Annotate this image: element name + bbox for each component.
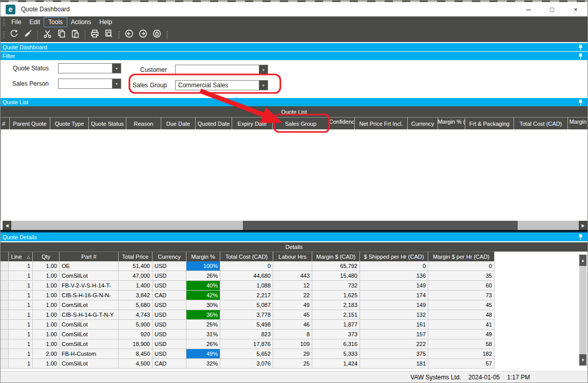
cell-margin-cad[interactable]: 1,625 — [312, 291, 360, 300]
cell-currency[interactable]: USD — [153, 349, 186, 359]
quote-list-column-margin[interactable]: Margin % ( — [438, 117, 465, 129]
cell-part[interactable]: ComSilLot — [60, 330, 119, 339]
cell-labour-hrs[interactable]: 25 — [273, 359, 312, 369]
cell-currency[interactable]: USD — [153, 300, 186, 310]
quote-list-column-due-date[interactable]: Due Date — [161, 117, 196, 129]
quote-list-column-quote-status[interactable]: Quote Status — [89, 117, 126, 129]
cell-labour-hrs[interactable]: 29 — [273, 349, 312, 359]
menu-edit[interactable]: Edit — [25, 17, 44, 27]
combo-value[interactable] — [59, 79, 112, 88]
cell-margin-cad[interactable]: 6,316 — [312, 339, 360, 349]
cell-line[interactable]: 1 — [9, 281, 33, 291]
row-header-cell[interactable] — [1, 320, 9, 330]
pin-icon[interactable] — [578, 99, 583, 107]
cell-qty[interactable]: 1.00 — [33, 339, 60, 349]
cell-shipped-per-hr[interactable]: 375 — [360, 349, 428, 359]
cell-part[interactable]: CIB-S-H-14-G-T-N-Y — [60, 310, 119, 320]
cell-margin-pct[interactable]: 31% — [186, 330, 220, 339]
scroll-down-button[interactable]: ▼ — [579, 354, 586, 366]
table-row[interactable]: 12.00FB-H-Custom8,450USD49%5,652295,3333… — [1, 349, 495, 359]
scroll-up-button[interactable]: ▲ — [579, 255, 586, 266]
filter-combo-sales-group[interactable]: Commercial Sales▼ — [175, 80, 268, 90]
cell-margin-pct[interactable]: 100% — [186, 261, 220, 271]
cell-margin-per-hr[interactable]: 182 — [428, 349, 495, 359]
cell-total-price[interactable]: 18,900 — [119, 339, 153, 349]
paste-button[interactable] — [68, 28, 82, 41]
table-row[interactable]: 11.00FB-V-2-V-S-H-14-T-1,400USD40%1,0881… — [1, 281, 495, 291]
row-header-cell[interactable] — [1, 330, 9, 339]
row-header-cell[interactable] — [1, 349, 9, 359]
scroll-right-button[interactable]: ▶ — [579, 221, 587, 230]
cell-labour-hrs[interactable]: 45 — [273, 310, 312, 320]
cell-currency[interactable]: CAD — [153, 359, 186, 369]
dropdown-button[interactable]: ▼ — [112, 79, 121, 88]
print-preview-button[interactable] — [102, 28, 116, 41]
cell-qty[interactable]: 1.00 — [33, 320, 60, 330]
cell-labour-hrs[interactable]: 109 — [273, 339, 312, 349]
cell-margin-per-hr[interactable]: 0 — [428, 261, 495, 271]
table-row[interactable]: 11.00ComSilLot5,680USD30%5,087492,183149… — [1, 300, 495, 310]
quote-list-column-parent-quote[interactable]: Parent Quote — [10, 117, 50, 129]
cell-total-price[interactable]: 5,680 — [119, 300, 153, 310]
details-column-margin-per-hr-cad[interactable]: Margin $ per Hr (CAD) — [428, 252, 495, 261]
details-column-labour-hrs[interactable]: Labour Hrs — [273, 252, 312, 261]
cell-qty[interactable]: 2.00 — [33, 349, 60, 359]
quote-list-body[interactable] — [1, 129, 587, 221]
combo-value[interactable] — [176, 65, 259, 74]
cell-qty[interactable]: 1.00 — [33, 359, 60, 369]
quote-list-column-sales-group[interactable]: Sales Group — [273, 117, 329, 129]
cell-qty[interactable]: 1.00 — [33, 271, 60, 281]
cell-total-price[interactable]: 8,450 — [119, 349, 153, 359]
cell-margin-per-hr[interactable]: 41 — [428, 320, 495, 330]
cell-labour-hrs[interactable]: 46 — [273, 320, 312, 330]
cell-shipped-per-hr[interactable]: 161 — [360, 320, 428, 330]
cell-total-cost[interactable]: 3,778 — [220, 310, 273, 320]
cell-currency[interactable]: USD — [153, 310, 186, 320]
scrollbar-track[interactable] — [579, 266, 586, 354]
cell-total-cost[interactable]: 0 — [220, 261, 273, 271]
minimize-button[interactable]: ─ — [517, 2, 540, 16]
cell-shipped-per-hr[interactable]: 149 — [360, 281, 428, 291]
cell-margin-pct[interactable]: 49% — [186, 349, 220, 359]
quote-list-column-frt-packaging[interactable]: Frt & Packaging — [465, 117, 514, 129]
cell-margin-pct[interactable]: 26% — [186, 339, 220, 349]
cell-part[interactable]: FB-V-2-V-S-H-14-T- — [60, 281, 119, 291]
filter-combo-sales-person[interactable]: ▼ — [58, 79, 121, 89]
cell-margin-pct[interactable]: 42% — [186, 291, 220, 300]
table-row[interactable]: 11.00CIB-S-H-16-G-N-N-3,842CAD42%2,21722… — [1, 291, 495, 300]
menu-grip-handle[interactable] — [3, 18, 5, 26]
details-column-shipped-per-hr-cad[interactable]: $ Shipped per Hr (CAD) — [360, 252, 428, 261]
cell-qty[interactable]: 1.00 — [33, 310, 60, 320]
dropdown-button[interactable]: ▼ — [112, 64, 121, 73]
dropdown-button[interactable]: ▼ — [259, 65, 268, 74]
cell-line[interactable]: 1 — [9, 300, 33, 310]
row-header-cell[interactable] — [1, 300, 9, 310]
pin-icon[interactable] — [578, 234, 583, 241]
row-header-cell[interactable] — [1, 261, 9, 271]
cell-margin-pct[interactable]: 30% — [186, 300, 220, 310]
menu-actions[interactable]: Actions — [67, 17, 95, 27]
cell-shipped-per-hr[interactable]: 222 — [360, 339, 428, 349]
cell-shipped-per-hr[interactable]: 157 — [360, 330, 428, 339]
cell-currency[interactable]: CAD — [153, 291, 186, 300]
cell-line[interactable]: 1 — [9, 349, 33, 359]
table-row[interactable]: 11.00ComSilLot18,900USD26%17,8761096,316… — [1, 339, 495, 349]
quote-list-column-quote-type[interactable]: Quote Type — [50, 117, 89, 129]
toolbar-grip-handle[interactable] — [3, 31, 5, 39]
quote-list-column-net-price-frt-incl[interactable]: Net Price Frt Incl. — [355, 117, 408, 129]
cell-shipped-per-hr[interactable]: 136 — [360, 271, 428, 281]
cell-total-cost[interactable]: 3,076 — [220, 359, 273, 369]
table-row[interactable]: 11.00ComSilLot4,500CAD32%3,076251,424181… — [1, 359, 495, 369]
cell-margin-cad[interactable]: 65,792 — [312, 261, 360, 271]
row-header-cell[interactable] — [1, 310, 9, 320]
combo-value[interactable]: Commercial Sales — [176, 81, 259, 90]
cell-part[interactable]: ComSilLot — [60, 300, 119, 310]
cell-shipped-per-hr[interactable]: 0 — [360, 261, 428, 271]
cell-margin-pct[interactable]: 32% — [186, 359, 220, 369]
cell-labour-hrs[interactable]: 22 — [273, 291, 312, 300]
cell-margin-per-hr[interactable]: 60 — [428, 281, 495, 291]
cell-total-cost[interactable]: 2,217 — [220, 291, 273, 300]
cell-currency[interactable]: USD — [153, 320, 186, 330]
cell-labour-hrs[interactable]: 12 — [273, 281, 312, 291]
filter-combo-quote-status[interactable]: ▼ — [58, 63, 121, 73]
